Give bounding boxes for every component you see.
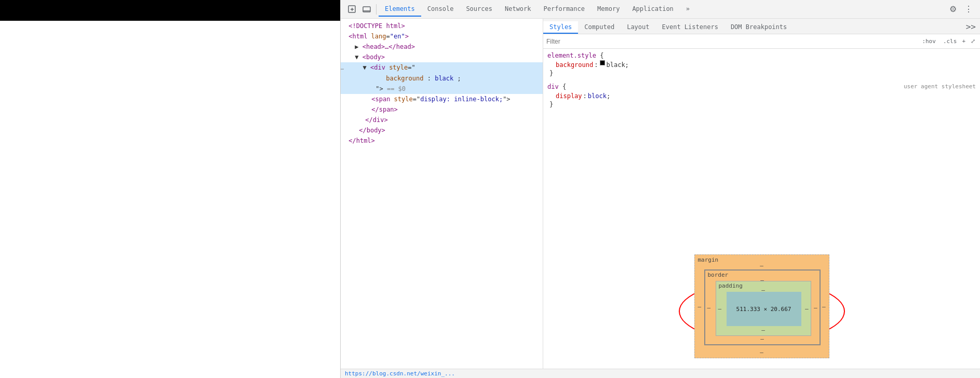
dom-head-text: <head>…</head> [363, 43, 415, 50]
preview-area [0, 0, 340, 378]
bm-margin-label: margin [698, 256, 719, 263]
dom-ref-label: == $0 [387, 85, 406, 92]
subtab-event-listeners[interactable]: Event Listeners [656, 21, 724, 34]
bm-padding-bottom-dash: – [761, 327, 765, 333]
dom-div-tag: <div style=" [370, 64, 415, 71]
bm-border-left-dash: – [707, 304, 711, 311]
css-selector-element-style: element.style { [547, 52, 976, 59]
dom-line-span-close[interactable]: </span> [341, 104, 543, 115]
filter-right-buttons: :hov .cls + ⤢ [920, 37, 977, 45]
hov-button[interactable]: :hov [920, 37, 937, 45]
box-model-diagram: margin – – – – border – [694, 254, 829, 358]
css-property-display: display : block ; [547, 91, 976, 101]
bm-padding-left-dash: – [718, 305, 722, 312]
devtools-toolbar: Elements Console Sources Network Perform… [341, 0, 980, 19]
dom-bg-value: black [435, 75, 453, 82]
dom-body-expand[interactable]: ▼ [355, 53, 358, 61]
dom-line-span-open[interactable]: <span style="display: inline-block;"> [341, 94, 543, 104]
color-swatch-black[interactable] [600, 60, 605, 65]
tab-console[interactable]: Console [421, 2, 460, 17]
tab-more[interactable]: » [680, 2, 696, 17]
filter-input[interactable] [546, 38, 918, 45]
bm-padding-label: padding [719, 282, 743, 289]
more-menu-button[interactable]: ⋮ [961, 2, 976, 17]
bm-content-size: 511.333 × 20.667 [736, 306, 791, 313]
css-prop-display[interactable]: display [556, 91, 582, 101]
bm-margin-left-dash: – [698, 303, 702, 310]
bm-margin-right-dash: – [822, 303, 826, 310]
subtab-dom-breakpoints[interactable]: DOM Breakpoints [724, 21, 793, 34]
dom-panel: <!DOCTYPE html> <html lang="en"> ▶ <head… [341, 19, 543, 369]
devtools-body: <!DOCTYPE html> <html lang="en"> ▶ <head… [341, 19, 980, 369]
css-prop-background[interactable]: background [556, 60, 593, 70]
devtools-panel: Elements Console Sources Network Perform… [340, 0, 980, 378]
expand-styles-button[interactable]: ⤢ [969, 37, 977, 45]
dom-line-div-close[interactable]: </div> [341, 115, 543, 125]
dom-body-close: </body> [359, 127, 385, 134]
device-toolbar-button[interactable] [359, 2, 374, 17]
bm-padding-box: padding – – – – 511.333 × 20.667 [716, 281, 811, 336]
dom-html-close: </html> [348, 137, 375, 144]
dom-line-div-ref: "> == $0 [341, 84, 543, 94]
tab-memory[interactable]: Memory [591, 2, 626, 17]
dom-doctype-text: <!DOCTYPE html> [348, 22, 405, 30]
subtabs-more-button[interactable]: >> [962, 20, 980, 34]
bm-content-box: 511.333 × 20.667 [727, 292, 801, 326]
bm-border-label: border [708, 272, 729, 278]
css-div-selector-row: div { user agent stylesheet [547, 83, 976, 91]
css-val-block[interactable]: block [588, 91, 607, 101]
bm-border-box: border – – – – padding – – [704, 269, 821, 345]
bm-border-right-dash: – [814, 304, 817, 311]
dom-line-div-open[interactable]: … ▼ <div style=" [341, 62, 543, 73]
tab-sources[interactable]: Sources [460, 2, 499, 17]
dom-div-expand[interactable]: ▼ [363, 64, 367, 71]
dom-line-body-close[interactable]: </body> [341, 125, 543, 136]
inspect-element-button[interactable] [345, 2, 359, 17]
filter-bar: :hov .cls + ⤢ [543, 34, 980, 49]
tab-network[interactable]: Network [499, 2, 538, 17]
settings-button[interactable]: ⚙ [946, 2, 960, 17]
subtab-computed[interactable]: Computed [578, 21, 621, 34]
styles-panel: Styles Computed Layout Event Listeners D… [543, 19, 980, 369]
box-model-area: margin – – – – border – [543, 244, 980, 369]
dom-span-open: <span style="display: inline-block;"> [371, 96, 510, 103]
add-style-button[interactable]: + [960, 37, 967, 45]
css-val-black[interactable]: black [606, 60, 625, 70]
tab-elements[interactable]: Elements [379, 2, 421, 17]
css-selector-div: div { [547, 83, 566, 90]
subtab-layout[interactable]: Layout [621, 21, 655, 34]
dom-line-background: background : black ; [341, 73, 543, 84]
subtab-styles[interactable]: Styles [543, 21, 578, 34]
dom-head-expand[interactable]: ▶ [355, 43, 358, 50]
bm-padding-right-dash: – [805, 305, 809, 312]
dom-line-head[interactable]: ▶ <head>…</head> [341, 42, 543, 52]
css-source-agent: user agent stylesheet [904, 83, 976, 91]
dom-dots-btn[interactable]: … [341, 65, 344, 71]
subtabs-bar: Styles Computed Layout Event Listeners D… [543, 19, 980, 34]
dom-line-html-close[interactable]: </html> [341, 136, 543, 146]
dom-line-doctype: <!DOCTYPE html> [341, 21, 543, 31]
dom-html-open: <html lang="en"> [348, 33, 409, 40]
css-rule-element-style: element.style { background : black ; } [547, 52, 976, 77]
bm-margin-bottom-dash: – [760, 349, 763, 356]
dom-line-html[interactable]: <html lang="en"> [341, 31, 543, 42]
dom-div-close: </div> [365, 116, 387, 124]
css-rule-div: div { user agent stylesheet display : bl… [547, 83, 976, 108]
css-property-background: background : black ; [547, 60, 976, 70]
bm-margin-top-dash: – [760, 262, 763, 269]
dom-bg-property: background [386, 75, 423, 82]
cls-button[interactable]: .cls [942, 37, 959, 45]
css-rules-area: element.style { background : black ; } [543, 49, 980, 244]
status-bar: https://blog.csdn.net/weixin_... [341, 369, 980, 378]
dom-span-close: </span> [371, 106, 398, 113]
bm-border-bottom-dash: – [760, 335, 764, 342]
dom-line-body[interactable]: ▼ <body> [341, 52, 543, 62]
status-url: https://blog.csdn.net/weixin_... [345, 370, 455, 377]
tab-performance[interactable]: Performance [538, 2, 591, 17]
toolbar-right-icons: ⚙ ⋮ [946, 2, 976, 17]
dom-body-text: <body> [363, 53, 385, 61]
tab-application[interactable]: Application [626, 2, 679, 17]
toolbar-divider [376, 4, 377, 15]
preview-black-bar [0, 0, 340, 21]
bm-margin-box: margin – – – – border – [694, 254, 829, 358]
